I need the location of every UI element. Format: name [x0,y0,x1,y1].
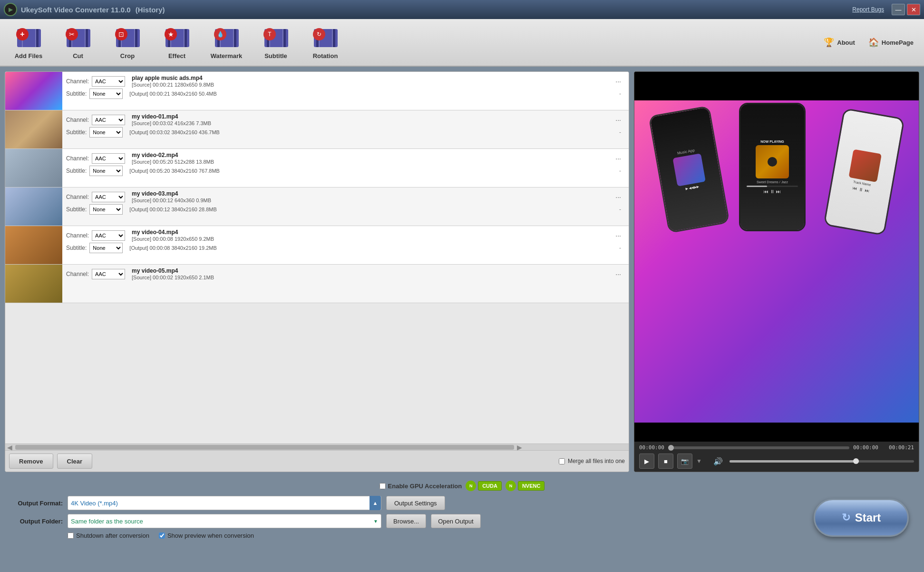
output-format-dropdown[interactable]: 4K Video (*.mp4) ▲ [68,496,381,510]
preview-panel: Music App ▶ ◀◀ ▶▶ NOW PLAYING Sweet D [634,71,919,472]
minimize-button[interactable]: — [892,4,905,15]
folder-dropdown-arrow[interactable]: ▼ [373,519,378,524]
file-menu-btn[interactable]: ··· [612,231,625,240]
file-meta-row2: Subtitle: None [Output] 00:00:08 3840x21… [66,243,625,253]
file-thumbnail [5,265,62,303]
volume-icon: 🔊 [713,457,723,466]
watermark-label: Watermark [211,52,243,59]
file-menu-btn[interactable]: ··· [612,154,625,163]
subtitle-icon: T [263,26,288,50]
file-menu-btn[interactable]: ··· [612,115,625,125]
toolbar: + Add Files ✂ Cut ⊡ [0,19,924,67]
gpu-acceleration-label: Enable GPU Acceleration [388,483,462,490]
clear-button[interactable]: Clear [57,454,93,469]
toolbar-cut[interactable]: ✂ Cut [54,22,102,62]
toolbar-effect[interactable]: ★ Effect [153,22,201,62]
output-format-label: Output Format: [6,500,63,507]
toolbar-crop[interactable]: ⊡ Crop [104,22,151,62]
file-thumbnail [5,187,62,226]
file-list-scroll[interactable]: Channel: AAC play apple music ads.mp4 [S… [5,72,629,444]
browse-button[interactable]: Browse... [386,514,426,528]
bottom-right: ↻ Start [814,499,918,537]
preview-video: Music App ▶ ◀◀ ▶▶ NOW PLAYING Sweet D [634,100,919,423]
file-menu-btn[interactable]: ··· [612,192,625,202]
options-row: Shutdown after conversion Show preview w… [6,532,809,539]
subtitle-dropdown[interactable]: None [89,89,123,99]
homepage-label: HomePage [882,39,914,46]
file-menu-btn[interactable]: ··· [612,77,625,86]
watermark-icon: 💧 [214,26,239,50]
file-thumbnail [5,149,62,187]
file-meta-row1: Channel: AAC play apple music ads.mp4 [S… [66,75,625,88]
open-output-button[interactable]: Open Output [431,514,480,528]
channel-dropdown[interactable]: AAC [92,192,125,202]
table-row: Channel: AAC my video-05.mp4 [Source] 00… [5,265,629,303]
file-meta: Channel: AAC my video-02.mp4 [Source] 00… [62,149,629,187]
time-bar: 00:00:00 00:00:00 00:00:21 [639,444,914,451]
show-preview-option: Show preview when conversion [159,532,254,539]
title-bar: UkeySoft Video Converter 11.0.0 (History… [0,0,924,19]
channel-dropdown[interactable]: AAC [92,76,125,87]
file-meta-row2: Subtitle: None [Output] 00:03:02 3840x21… [66,127,625,138]
file-output-info: [Output] 00:00:08 3840x2160 19.2MB [129,245,613,251]
file-list-footer: Remove Clear Merge all files into one [5,450,629,472]
file-output-info: [Output] 00:00:12 3840x2160 28.8MB [129,207,613,212]
toolbar-homepage[interactable]: 🏠 HomePage [863,34,919,50]
gpu-acceleration-container: Enable GPU Acceleration [379,483,462,490]
subtitle-label: Subtitle [264,52,287,59]
horizontal-scrollbar[interactable]: ◀ ▶ [5,444,629,450]
gpu-row: Enable GPU Acceleration N CUDA N NVENC [6,481,918,491]
volume-slider[interactable] [729,460,914,463]
file-meta-row1: Channel: AAC my video-04.mp4 [Source] 00… [66,229,625,242]
time-mid: 00:00:00 [853,444,878,451]
progress-track[interactable] [668,446,849,449]
screenshot-dropdown-arrow[interactable]: ▼ [696,458,702,464]
file-thumbnail [5,110,62,148]
file-meta: Channel: AAC my video-03.mp4 [Source] 00… [62,187,629,226]
subtitle-dropdown[interactable]: None [89,204,123,215]
toolbar-watermark[interactable]: 💧 Watermark [203,22,250,62]
file-meta-row1: Channel: AAC my video-05.mp4 [Source] 00… [66,267,625,280]
subtitle-dropdown[interactable]: None [89,243,123,253]
progress-thumb[interactable] [668,445,674,451]
remove-button[interactable]: Remove [9,454,53,469]
toolbar-about[interactable]: 🏆 About [818,34,861,50]
output-folder-dropdown[interactable]: Same folder as the source ▼ [68,514,381,528]
subtitle-dropdown[interactable]: None [89,166,123,176]
channel-dropdown[interactable]: AAC [92,269,125,279]
bottom-main: Output Format: 4K Video (*.mp4) ▲ Output… [6,496,918,539]
screenshot-button[interactable]: 📷 [677,454,692,469]
play-button[interactable]: ▶ [639,454,654,469]
subtitle-dropdown[interactable]: None [89,127,123,138]
preview-content: Music App ▶ ◀◀ ▶▶ NOW PLAYING Sweet D [634,100,919,423]
channel-dropdown[interactable]: AAC [92,230,125,241]
toolbar-rotation[interactable]: ↻ Rotation [302,22,349,62]
crop-icon: ⊡ [115,26,140,50]
file-menu-btn[interactable]: ··· [612,269,625,279]
channel-dropdown[interactable]: AAC [92,115,125,125]
time-end: 00:00:21 [889,444,914,451]
show-preview-checkbox[interactable] [159,533,165,539]
stop-button[interactable]: ■ [658,454,673,469]
phone-left: Music App ▶ ◀◀ ▶▶ [648,106,729,234]
app-title-suffix: (History) [136,6,165,14]
toolbar-add-files[interactable]: + Add Files [5,22,52,62]
output-format-arrow[interactable]: ▲ [370,496,381,510]
nvenc-badge: NVENC [518,481,545,491]
start-label: Start [855,511,881,524]
phone-right: Track Name ⏮ ⏸ ⏭ [823,108,905,236]
gpu-acceleration-checkbox[interactable] [379,483,386,489]
report-bugs-link[interactable]: Report Bugs [852,6,884,13]
app-title: UkeySoft Video Converter 11.0.0 (History… [21,6,852,14]
close-button[interactable]: ✕ [907,4,920,15]
file-output-info: [Output] 00:03:02 3840x2160 436.7MB [129,129,613,135]
merge-checkbox[interactable] [559,458,565,464]
output-settings-button[interactable]: Output Settings [386,496,445,510]
about-label: About [837,39,855,46]
start-button[interactable]: ↻ Start [814,499,909,537]
file-name-info: my video-04.mp4 [Source] 00:00:08 1920x6… [132,229,609,242]
file-thumbnail [5,226,62,264]
channel-dropdown[interactable]: AAC [92,153,125,164]
toolbar-subtitle[interactable]: T Subtitle [252,22,300,62]
shutdown-checkbox[interactable] [68,533,74,539]
